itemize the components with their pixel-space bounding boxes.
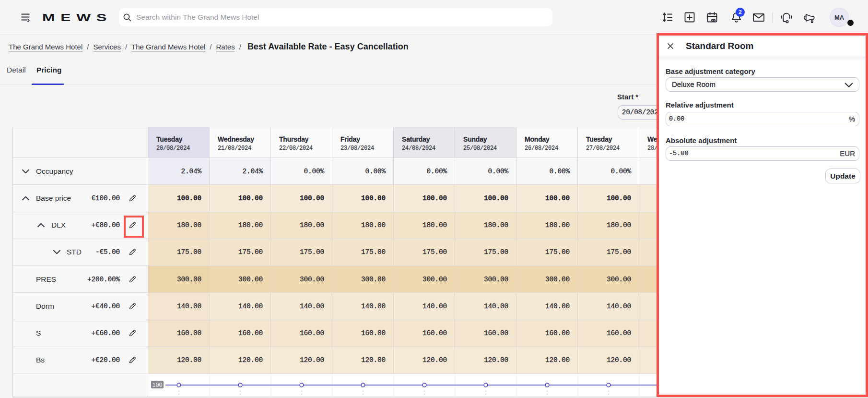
svg-text:100: 100	[152, 382, 163, 389]
